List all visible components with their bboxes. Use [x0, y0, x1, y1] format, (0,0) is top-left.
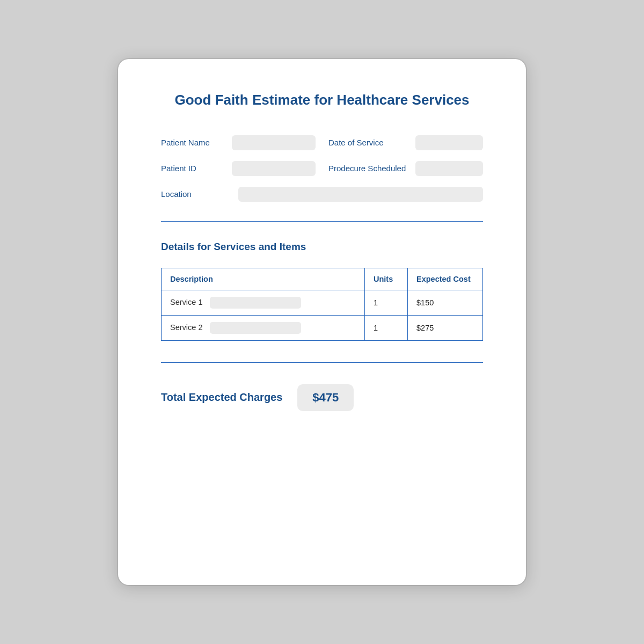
services-section: Details for Services and Items Descripti… — [161, 241, 483, 341]
date-of-service-group: Date of Service — [328, 135, 483, 150]
table-row: Service 2 1 $275 — [162, 315, 483, 340]
patient-name-group: Patient Name — [161, 135, 316, 150]
patient-id-group: Patient ID — [161, 161, 316, 176]
procedure-scheduled-value[interactable] — [415, 161, 483, 176]
document-title: Good Faith Estimate for Healthcare Servi… — [161, 91, 483, 109]
totals-row: Total Expected Charges $475 — [161, 384, 483, 411]
services-section-title: Details for Services and Items — [161, 241, 483, 253]
field-row-1: Patient Name Date of Service — [161, 135, 483, 150]
procedure-scheduled-group: Prodecure Scheduled — [328, 161, 483, 176]
total-expected-charges-label: Total Expected Charges — [161, 391, 282, 404]
service-1-description: Service 1 — [162, 290, 365, 315]
service-2-units: 1 — [365, 315, 408, 340]
patient-info-section: Patient Name Date of Service Patient ID … — [161, 135, 483, 202]
patient-name-label: Patient Name — [161, 138, 225, 147]
table-row: Service 1 1 $150 — [162, 290, 483, 315]
table-header-row: Description Units Expected Cost — [162, 268, 483, 290]
service-1-units: 1 — [365, 290, 408, 315]
location-label: Location — [161, 189, 225, 199]
service-1-detail-box[interactable] — [210, 297, 301, 309]
services-table: Description Units Expected Cost Service … — [161, 268, 483, 341]
location-value[interactable] — [238, 187, 483, 202]
col-header-units: Units — [365, 268, 408, 290]
document-card: Good Faith Estimate for Healthcare Servi… — [118, 59, 526, 585]
patient-id-label: Patient ID — [161, 164, 225, 173]
service-2-cost: $275 — [408, 315, 483, 340]
service-1-cost: $150 — [408, 290, 483, 315]
total-expected-charges-value: $475 — [297, 384, 354, 411]
field-row-2: Patient ID Prodecure Scheduled — [161, 161, 483, 176]
date-of-service-label: Date of Service — [328, 138, 409, 147]
patient-name-value[interactable] — [232, 135, 316, 150]
field-row-3: Location — [161, 187, 483, 202]
patient-id-value[interactable] — [232, 161, 316, 176]
divider-1 — [161, 221, 483, 222]
service-2-description: Service 2 — [162, 315, 365, 340]
service-2-name: Service 2 — [170, 323, 202, 332]
col-header-description: Description — [162, 268, 365, 290]
date-of-service-value[interactable] — [415, 135, 483, 150]
col-header-expected-cost: Expected Cost — [408, 268, 483, 290]
divider-2 — [161, 362, 483, 363]
service-2-detail-box[interactable] — [210, 322, 301, 334]
service-1-name: Service 1 — [170, 298, 202, 306]
procedure-scheduled-label: Prodecure Scheduled — [328, 164, 409, 173]
